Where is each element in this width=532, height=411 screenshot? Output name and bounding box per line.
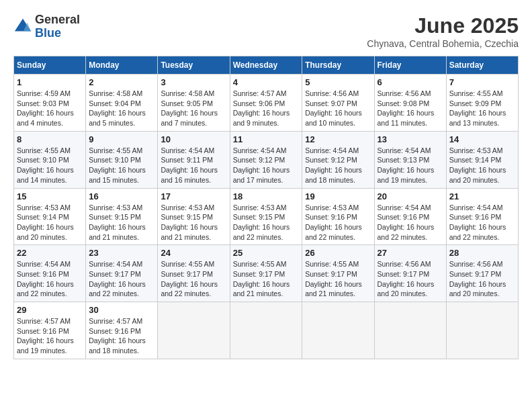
calendar-cell bbox=[230, 302, 302, 359]
daylight-label: Daylight: 16 hours and 14 minutes. bbox=[17, 166, 74, 184]
sunset-label: Sunset: 9:09 PM bbox=[449, 99, 502, 107]
sunset-label: Sunset: 9:06 PM bbox=[233, 99, 285, 107]
sunrise-label: Sunrise: 4:55 AM bbox=[161, 260, 214, 268]
sunrise-label: Sunrise: 4:54 AM bbox=[305, 146, 359, 154]
daylight-label: Daylight: 16 hours and 20 minutes. bbox=[449, 166, 506, 184]
sunset-label: Sunset: 9:03 PM bbox=[17, 99, 69, 107]
daylight-label: Daylight: 16 hours and 20 minutes. bbox=[449, 280, 506, 298]
calendar-cell: 4Sunrise: 4:57 AMSunset: 9:06 PMDaylight… bbox=[230, 75, 302, 132]
calendar-week-row: 1Sunrise: 4:59 AMSunset: 9:03 PMDaylight… bbox=[14, 75, 519, 132]
daylight-label: Daylight: 16 hours and 22 minutes. bbox=[161, 280, 218, 298]
sunset-label: Sunset: 9:15 PM bbox=[233, 213, 285, 221]
sunset-label: Sunset: 9:11 PM bbox=[161, 156, 213, 164]
calendar-cell: 23Sunrise: 4:54 AMSunset: 9:17 PMDayligh… bbox=[86, 245, 158, 302]
calendar-cell: 3Sunrise: 4:58 AMSunset: 9:05 PMDaylight… bbox=[158, 75, 230, 132]
day-number: 24 bbox=[161, 248, 226, 258]
day-info: Sunrise: 4:59 AMSunset: 9:03 PMDaylight:… bbox=[17, 89, 83, 128]
sunrise-label: Sunrise: 4:55 AM bbox=[449, 89, 503, 97]
sunset-label: Sunset: 9:07 PM bbox=[305, 99, 357, 107]
calendar-cell: 30Sunrise: 4:57 AMSunset: 9:16 PMDayligh… bbox=[86, 302, 158, 359]
daylight-label: Daylight: 16 hours and 22 minutes. bbox=[378, 223, 435, 241]
day-info: Sunrise: 4:55 AMSunset: 9:09 PMDaylight:… bbox=[449, 89, 515, 128]
daylight-label: Daylight: 16 hours and 22 minutes. bbox=[89, 280, 146, 298]
day-number: 7 bbox=[449, 77, 515, 87]
sunset-label: Sunset: 9:10 PM bbox=[89, 156, 141, 164]
calendar-cell: 2Sunrise: 4:58 AMSunset: 9:04 PMDaylight… bbox=[86, 75, 158, 132]
column-header-monday: Monday bbox=[86, 56, 158, 75]
daylight-label: Daylight: 16 hours and 18 minutes. bbox=[89, 336, 146, 355]
sunset-label: Sunset: 9:16 PM bbox=[449, 213, 502, 221]
calendar-cell: 13Sunrise: 4:54 AMSunset: 9:13 PMDayligh… bbox=[374, 131, 446, 188]
day-number: 18 bbox=[233, 191, 300, 201]
day-info: Sunrise: 4:54 AMSunset: 9:16 PMDaylight:… bbox=[17, 259, 83, 299]
daylight-label: Daylight: 16 hours and 9 minutes. bbox=[233, 109, 290, 127]
day-info: Sunrise: 4:58 AMSunset: 9:04 PMDaylight:… bbox=[89, 89, 154, 128]
calendar-cell: 28Sunrise: 4:56 AMSunset: 9:17 PMDayligh… bbox=[446, 245, 518, 302]
sunrise-label: Sunrise: 4:55 AM bbox=[305, 260, 359, 268]
sunset-label: Sunset: 9:05 PM bbox=[161, 99, 213, 107]
sunrise-label: Sunrise: 4:57 AM bbox=[233, 89, 287, 97]
day-info: Sunrise: 4:55 AMSunset: 9:10 PMDaylight:… bbox=[89, 146, 154, 185]
column-header-thursday: Thursday bbox=[302, 56, 374, 75]
sunrise-label: Sunrise: 4:56 AM bbox=[449, 260, 503, 268]
daylight-label: Daylight: 16 hours and 21 minutes. bbox=[161, 223, 218, 241]
calendar-cell bbox=[302, 302, 374, 359]
sunrise-label: Sunrise: 4:54 AM bbox=[161, 146, 214, 154]
calendar-cell: 7Sunrise: 4:55 AMSunset: 9:09 PMDaylight… bbox=[446, 75, 518, 132]
column-header-sunday: Sunday bbox=[14, 56, 86, 75]
calendar-cell: 27Sunrise: 4:56 AMSunset: 9:17 PMDayligh… bbox=[374, 245, 446, 302]
day-info: Sunrise: 4:57 AMSunset: 9:06 PMDaylight:… bbox=[233, 89, 300, 128]
day-number: 27 bbox=[378, 248, 443, 258]
daylight-label: Daylight: 16 hours and 19 minutes. bbox=[17, 336, 74, 355]
day-number: 26 bbox=[305, 248, 371, 258]
calendar-cell: 25Sunrise: 4:55 AMSunset: 9:17 PMDayligh… bbox=[230, 245, 302, 302]
calendar-week-row: 8Sunrise: 4:55 AMSunset: 9:10 PMDaylight… bbox=[14, 131, 519, 188]
daylight-label: Daylight: 16 hours and 22 minutes. bbox=[305, 223, 362, 241]
sunrise-label: Sunrise: 4:56 AM bbox=[378, 89, 431, 97]
day-number: 23 bbox=[89, 248, 154, 258]
calendar-cell: 19Sunrise: 4:53 AMSunset: 9:16 PMDayligh… bbox=[302, 188, 374, 245]
sunset-label: Sunset: 9:15 PM bbox=[89, 213, 141, 221]
sunrise-label: Sunrise: 4:54 AM bbox=[17, 260, 71, 268]
calendar-cell: 8Sunrise: 4:55 AMSunset: 9:10 PMDaylight… bbox=[14, 131, 86, 188]
day-info: Sunrise: 4:54 AMSunset: 9:16 PMDaylight:… bbox=[449, 203, 515, 242]
day-info: Sunrise: 4:53 AMSunset: 9:14 PMDaylight:… bbox=[449, 146, 515, 185]
day-number: 15 bbox=[17, 191, 83, 201]
sunrise-label: Sunrise: 4:54 AM bbox=[89, 260, 142, 268]
calendar-cell bbox=[446, 302, 518, 359]
calendar-cell: 20Sunrise: 4:54 AMSunset: 9:16 PMDayligh… bbox=[374, 188, 446, 245]
calendar-cell: 26Sunrise: 4:55 AMSunset: 9:17 PMDayligh… bbox=[302, 245, 374, 302]
calendar-body: 1Sunrise: 4:59 AMSunset: 9:03 PMDaylight… bbox=[14, 75, 519, 359]
calendar-cell: 21Sunrise: 4:54 AMSunset: 9:16 PMDayligh… bbox=[446, 188, 518, 245]
title-block: June 2025 Chynava, Central Bohemia, Czec… bbox=[367, 13, 519, 49]
sunrise-label: Sunrise: 4:57 AM bbox=[17, 317, 71, 325]
sunset-label: Sunset: 9:17 PM bbox=[378, 270, 430, 278]
logo-text: General Blue bbox=[35, 13, 80, 40]
sunrise-label: Sunrise: 4:58 AM bbox=[89, 89, 142, 97]
day-info: Sunrise: 4:54 AMSunset: 9:13 PMDaylight:… bbox=[378, 146, 443, 185]
sunrise-label: Sunrise: 4:58 AM bbox=[161, 89, 214, 97]
day-number: 3 bbox=[161, 77, 226, 87]
daylight-label: Daylight: 16 hours and 16 minutes. bbox=[161, 166, 218, 184]
sunset-label: Sunset: 9:10 PM bbox=[17, 156, 69, 164]
day-info: Sunrise: 4:54 AMSunset: 9:12 PMDaylight:… bbox=[233, 146, 300, 185]
day-info: Sunrise: 4:56 AMSunset: 9:08 PMDaylight:… bbox=[378, 89, 443, 128]
calendar-cell: 6Sunrise: 4:56 AMSunset: 9:08 PMDaylight… bbox=[374, 75, 446, 132]
daylight-label: Daylight: 16 hours and 10 minutes. bbox=[305, 109, 362, 127]
day-number: 16 bbox=[89, 191, 154, 201]
day-number: 13 bbox=[378, 134, 443, 144]
day-info: Sunrise: 4:55 AMSunset: 9:17 PMDaylight:… bbox=[233, 259, 300, 299]
day-info: Sunrise: 4:56 AMSunset: 9:07 PMDaylight:… bbox=[305, 89, 371, 128]
sunrise-label: Sunrise: 4:54 AM bbox=[378, 203, 431, 212]
daylight-label: Daylight: 16 hours and 21 minutes. bbox=[233, 280, 290, 298]
sunset-label: Sunset: 9:17 PM bbox=[305, 270, 357, 278]
day-info: Sunrise: 4:53 AMSunset: 9:15 PMDaylight:… bbox=[233, 203, 300, 242]
day-number: 25 bbox=[233, 248, 300, 258]
column-header-saturday: Saturday bbox=[446, 56, 518, 75]
sunset-label: Sunset: 9:14 PM bbox=[449, 156, 502, 164]
day-number: 2 bbox=[89, 77, 154, 87]
day-number: 5 bbox=[305, 77, 371, 87]
calendar-cell: 12Sunrise: 4:54 AMSunset: 9:12 PMDayligh… bbox=[302, 131, 374, 188]
calendar-cell: 9Sunrise: 4:55 AMSunset: 9:10 PMDaylight… bbox=[86, 131, 158, 188]
daylight-label: Daylight: 16 hours and 11 minutes. bbox=[378, 109, 435, 127]
